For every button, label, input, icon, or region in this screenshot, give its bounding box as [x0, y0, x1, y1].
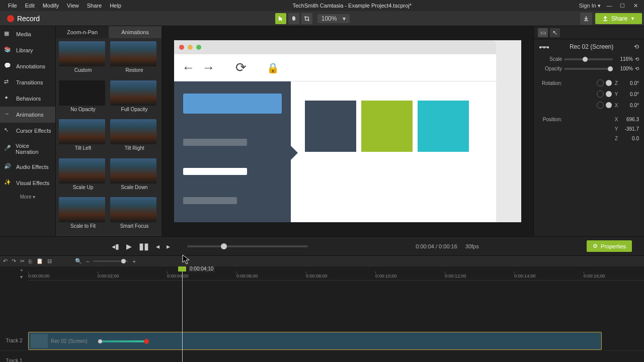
preset-thumbnail — [110, 158, 156, 184]
download-button[interactable] — [580, 13, 592, 25]
menu-file[interactable]: File — [4, 3, 21, 9]
track-row[interactable]: Track 1 — [0, 351, 644, 362]
animation-preset[interactable]: Full Opacity — [110, 80, 158, 117]
animation-preset[interactable]: Custom — [59, 41, 107, 77]
rotation-dial-icon[interactable] — [597, 90, 604, 98]
sign-in-link[interactable]: Sign In ▾ — [579, 3, 601, 9]
props-tab-visual[interactable]: ▭ — [538, 28, 548, 37]
paste-button[interactable]: 📋 — [36, 258, 43, 264]
timeline[interactable]: + ▾ 0:00:00;000:00:02;000:00:04;000:00:0… — [0, 266, 644, 362]
animation-preset[interactable]: No Opacity — [59, 80, 107, 117]
forward-arrow-icon: → — [202, 60, 215, 75]
tab-zoom-n-pan[interactable]: Zoom-n-Pan — [56, 26, 109, 38]
edit-mode-button[interactable] — [275, 13, 286, 24]
opacity-slider[interactable] — [564, 68, 613, 70]
sidebar-item-behaviors[interactable]: ✦Behaviors — [0, 90, 55, 107]
position-z-value[interactable]: 0.0 — [621, 136, 639, 141]
animation-preset[interactable]: Tilt Right — [110, 119, 158, 155]
audio-icon: 🔊 — [4, 163, 12, 171]
scale-slider[interactable] — [564, 58, 613, 60]
axis-x-label: X — [614, 103, 619, 108]
sidebar-item-audio[interactable]: 🔊Audio Effects — [0, 159, 55, 175]
menu-help[interactable]: Help — [106, 3, 125, 9]
sidebar-item-visual[interactable]: ✨Visual Effects — [0, 175, 55, 191]
sidebar-item-cursor[interactable]: ↖Cursor Effects — [0, 123, 55, 139]
rotation-y-value[interactable]: 0.0° — [621, 92, 639, 97]
canvas-zoom-select[interactable]: 100% ▾ — [317, 14, 350, 23]
animation-preset[interactable]: Smart Focus — [110, 197, 158, 233]
rotation-dial-icon[interactable] — [597, 102, 604, 109]
sidebar-item-media[interactable]: ▦Media — [0, 26, 55, 42]
play-button[interactable]: ▶ — [126, 242, 132, 250]
mock-card — [305, 101, 356, 152]
sidebar-item-library[interactable]: 📚Library — [0, 42, 55, 58]
animation-preset[interactable]: Scale Up — [59, 158, 107, 195]
animation-preset[interactable]: Tilt Left — [59, 119, 107, 155]
animation-arrow[interactable] — [99, 340, 147, 342]
redo-button[interactable]: ↷ — [12, 258, 16, 264]
sidebar-more[interactable]: More ▾ — [0, 191, 55, 203]
step-back-button[interactable]: ◂ — [156, 242, 159, 250]
sidebar-item-label: Annotations — [16, 63, 45, 69]
sidebar-item-annotations[interactable]: 💬Annotations — [0, 58, 55, 74]
pause-button[interactable]: ▮▮ — [139, 241, 149, 252]
timeline-zoom-slider[interactable] — [93, 260, 128, 262]
canvas[interactable]: ← → ⟳ 🔒 — [174, 40, 521, 222]
tab-animations[interactable]: Animations — [109, 26, 162, 38]
zoom-out-button[interactable]: − — [86, 258, 89, 264]
traffic-light-min — [188, 45, 193, 50]
reset-icon[interactable]: ⟲ — [635, 66, 639, 71]
sidebar-item-label: Animations — [16, 112, 43, 118]
rotation-label: Rotation: — [539, 80, 562, 86]
sidebar-item-voice[interactable]: 🎤Voice Narration — [0, 139, 55, 159]
undo-button[interactable]: ↶ — [3, 258, 8, 264]
record-button[interactable]: Record — [2, 14, 45, 24]
reset-icon[interactable]: ⟲ — [635, 56, 639, 62]
menu-share[interactable]: Share — [83, 3, 106, 9]
axis-dot-icon — [606, 80, 612, 86]
close-button[interactable]: ✕ — [631, 2, 640, 9]
animations-panel: Zoom-n-Pan Animations CustomRestoreNo Op… — [56, 26, 162, 236]
add-track-button[interactable]: + — [20, 267, 23, 273]
menu-edit[interactable]: Edit — [21, 3, 39, 9]
playhead-handle[interactable] — [178, 266, 186, 272]
sidebar-item-animations[interactable]: →Animations — [0, 107, 55, 123]
reset-icon[interactable]: ⟲ — [634, 43, 639, 50]
copy-button[interactable]: ⎘ — [29, 258, 32, 264]
canvas-area[interactable]: ← → ⟳ 🔒 — [162, 26, 533, 236]
position-x-value[interactable]: 696.3 — [621, 117, 639, 122]
crop-mode-button[interactable] — [301, 13, 312, 24]
playhead[interactable]: 0:00:04;10 — [182, 266, 183, 362]
zoom-in-button[interactable]: + — [132, 258, 135, 264]
properties-button[interactable]: ⚙ Properties — [587, 240, 632, 252]
split-button[interactable]: ⊟ — [47, 258, 52, 264]
timeline-clip[interactable]: Rec 02 (Screen) — [28, 332, 602, 350]
prev-frame-button[interactable]: ◂▮ — [112, 242, 119, 250]
pan-mode-button[interactable] — [288, 13, 299, 24]
preset-label: Scale Up — [59, 185, 107, 190]
timeline-ruler[interactable]: 0:00:00;000:00:02;000:00:04;000:00:06;00… — [28, 266, 644, 281]
menu-view[interactable]: View — [63, 3, 83, 9]
preset-thumbnail — [59, 197, 105, 222]
props-tab-cursor[interactable]: ↖ — [550, 28, 560, 37]
animation-preset[interactable]: Scale Down — [110, 158, 158, 195]
minimize-button[interactable]: — — [605, 2, 614, 9]
zoom-fit-button[interactable]: 🔍 — [75, 258, 82, 264]
cut-button[interactable]: ✂ — [20, 258, 25, 264]
animation-preset[interactable]: Restore — [110, 41, 158, 77]
share-button[interactable]: Share ▼ — [595, 13, 642, 24]
sidebar-item-transitions[interactable]: ⇄Transitions — [0, 74, 55, 90]
collapse-tracks-button[interactable]: ▾ — [20, 274, 23, 280]
rotation-z-value[interactable]: 0.0° — [621, 80, 639, 86]
animation-preset[interactable]: Scale to Fit — [59, 197, 107, 233]
behaviors-icon: ✦ — [4, 95, 12, 103]
mock-card — [361, 101, 413, 152]
step-forward-button[interactable]: ▸ — [167, 242, 170, 250]
menu-modify[interactable]: Modify — [39, 3, 63, 9]
playback-slider[interactable] — [187, 245, 308, 247]
track-row[interactable]: Track 2 Rec 02 (Screen) — [0, 331, 644, 351]
maximize-button[interactable]: ☐ — [618, 2, 627, 9]
rotation-dial-icon[interactable] — [597, 79, 604, 86]
position-y-value[interactable]: -391.7 — [621, 126, 639, 132]
rotation-x-value[interactable]: 0.0° — [621, 103, 639, 108]
